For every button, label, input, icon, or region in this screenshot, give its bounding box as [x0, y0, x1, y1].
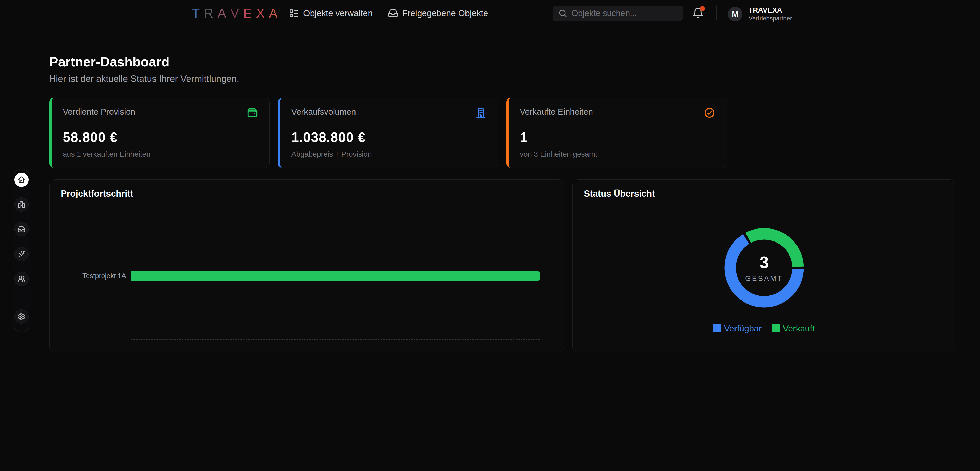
card-verkaufte-einheiten: Verkaufte Einheiten 1 von 3 Einheiten ge…	[506, 97, 727, 168]
card-value: 1	[520, 129, 715, 145]
main-nav: Objekte verwalten Freigegebene Objekte	[289, 0, 488, 26]
floating-sidebar	[13, 169, 30, 332]
inbox-icon	[388, 8, 398, 18]
legend-item-verkauft[interactable]: Verkauft	[772, 323, 815, 333]
gridline-top	[131, 213, 540, 213]
profile-name: TRAVEXA	[749, 6, 792, 14]
legend-swatch	[772, 325, 780, 333]
card-subtitle: Abgabepreis + Provision	[291, 150, 487, 159]
gridline-bottom	[131, 339, 540, 340]
card-title: Verdiente Provision	[63, 107, 135, 117]
sidebar-item-home[interactable]	[14, 173, 29, 187]
card-verkaufsvolumen: Verkaufsvolumen 1.038.800 € Abgabepreis …	[278, 97, 498, 168]
page-subtitle: Hier ist der aktuelle Status Ihrer Vermi…	[49, 73, 239, 84]
building-icon	[475, 107, 487, 119]
card-title: Verkaufte Einheiten	[520, 107, 593, 117]
users-icon	[18, 275, 25, 283]
nav-freigegebene-objekte[interactable]: Freigegebene Objekte	[388, 8, 488, 18]
gear-icon	[18, 313, 25, 320]
axis-tick	[127, 276, 130, 276]
sidebar-item-inbox[interactable]	[14, 222, 29, 236]
panel-title: Projektfortschritt	[61, 188, 133, 199]
card-subtitle: aus 1 verkauften Einheiten	[63, 150, 258, 159]
logo-letter: R	[204, 6, 218, 21]
search-input[interactable]	[571, 8, 678, 18]
card-subtitle: von 3 Einheiten gesamt	[520, 150, 715, 159]
logo-letter: A	[218, 6, 231, 21]
header-divider	[716, 6, 717, 21]
panel-projektfortschritt: Projektfortschritt Testprojekt 1A	[49, 180, 564, 352]
logo-letter: V	[231, 6, 243, 21]
legend-swatch	[713, 325, 721, 333]
page-title: Partner-Dashboard	[49, 54, 169, 70]
sidebar-item-partners[interactable]	[14, 272, 29, 286]
layout-list-icon	[289, 8, 299, 18]
legend-item-verfügbar[interactable]: Verfügbar	[713, 323, 762, 333]
search-box[interactable]	[553, 6, 683, 21]
card-verdiente-provision: Verdiente Provision 58.800 € aus 1 verka…	[49, 97, 270, 168]
legend-label: Verfügbar	[724, 323, 762, 333]
card-value: 1.038.800 €	[291, 129, 487, 145]
legend-label: Verkauft	[783, 323, 815, 333]
charts-row: Projektfortschritt Testprojekt 1A Status…	[49, 180, 955, 352]
stat-cards-row: Verdiente Provision 58.800 € aus 1 verka…	[49, 97, 955, 164]
card-title: Verkaufsvolumen	[291, 107, 356, 117]
bar-category-label: Testprojekt 1A	[49, 272, 126, 280]
logo-letter: X	[256, 6, 269, 21]
sidebar-divider	[18, 298, 25, 298]
notification-dot	[700, 6, 705, 11]
sidebar-item-ai[interactable]	[14, 247, 29, 261]
nav-label: Freigegebene Objekte	[402, 8, 488, 18]
top-bar: TRAVEXA Objekte verwalten Freigegebene O…	[0, 0, 980, 26]
buildings-icon	[18, 200, 25, 208]
search-icon	[558, 9, 567, 18]
logo-letter: A	[269, 6, 282, 21]
profile-menu[interactable]: M TRAVEXA Vertriebspartner	[728, 6, 792, 22]
progress-bar[interactable]	[131, 271, 540, 281]
logo-letter: E	[243, 6, 256, 21]
notifications-button[interactable]	[692, 7, 704, 19]
nav-objekte-verwalten[interactable]: Objekte verwalten	[289, 8, 372, 18]
card-value: 58.800 €	[63, 129, 258, 145]
circle-check-icon	[703, 107, 715, 119]
home-icon	[18, 176, 25, 183]
donut-slice-verkauft[interactable]	[748, 234, 798, 267]
wallet-icon	[247, 107, 258, 119]
donut-chart[interactable]	[713, 217, 815, 319]
travexa-logo[interactable]: TRAVEXA	[192, 0, 282, 26]
panel-title: Status Übersicht	[584, 188, 655, 199]
sidebar-item-objects[interactable]	[14, 197, 29, 212]
nav-label: Objekte verwalten	[303, 8, 372, 18]
logo-letter: T	[192, 6, 204, 21]
avatar: M	[728, 7, 742, 21]
inbox-icon	[18, 225, 25, 233]
panel-status-uebersicht: Status Übersicht 3 GESAMT VerfügbarVerka…	[573, 180, 955, 352]
sidebar-item-settings[interactable]	[14, 309, 29, 324]
profile-role: Vertriebspartner	[749, 14, 792, 22]
sparkles-icon	[18, 250, 25, 258]
chart-legend: VerfügbarVerkauft	[573, 323, 955, 333]
